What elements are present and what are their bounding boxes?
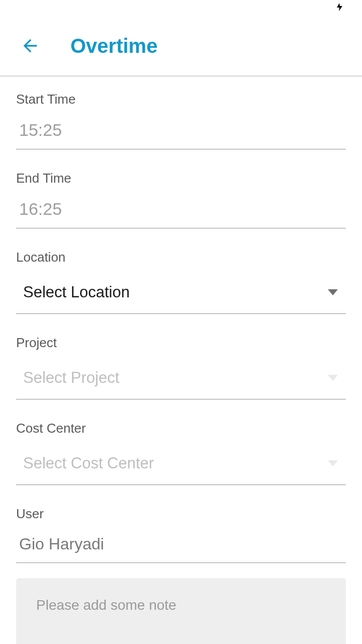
- form-content: Start Time 15:25 End Time 16:25 Location…: [0, 76, 362, 644]
- end-time-label: End Time: [16, 171, 346, 186]
- start-time-label: Start Time: [16, 92, 346, 107]
- user-label: User: [16, 506, 346, 522]
- chevron-down-icon: [328, 289, 338, 295]
- charging-icon: [337, 3, 343, 13]
- project-group: Project Select Project: [16, 335, 346, 399]
- start-time-group: Start Time 15:25: [16, 92, 346, 149]
- project-select[interactable]: Select Project: [16, 360, 346, 399]
- note-input[interactable]: Please add some note: [16, 578, 346, 644]
- back-button[interactable]: [19, 35, 41, 57]
- user-value: Gio Haryadi: [16, 531, 346, 563]
- start-time-input[interactable]: 15:25: [16, 116, 346, 149]
- note-placeholder: Please add some note: [36, 597, 326, 613]
- end-time-group: End Time 16:25: [16, 171, 346, 228]
- location-select-text: Select Location: [23, 283, 130, 301]
- cost-center-select[interactable]: Select Cost Center: [16, 445, 346, 485]
- user-group: User Gio Haryadi: [16, 506, 346, 563]
- location-group: Location Select Location: [16, 250, 346, 314]
- project-label: Project: [16, 335, 346, 351]
- arrow-left-icon: [20, 36, 40, 56]
- location-label: Location: [16, 250, 346, 265]
- status-bar: [0, 0, 362, 16]
- cost-center-label: Cost Center: [16, 421, 346, 436]
- page-title: Overtime: [70, 35, 157, 57]
- app-bar: Overtime: [0, 16, 362, 76]
- project-select-text: Select Project: [23, 369, 119, 387]
- chevron-down-icon: [328, 460, 338, 466]
- cost-center-select-text: Select Cost Center: [23, 454, 154, 472]
- cost-center-group: Cost Center Select Cost Center: [16, 421, 346, 485]
- location-select[interactable]: Select Location: [16, 274, 346, 314]
- end-time-input[interactable]: 16:25: [16, 195, 346, 228]
- chevron-down-icon: [328, 375, 338, 381]
